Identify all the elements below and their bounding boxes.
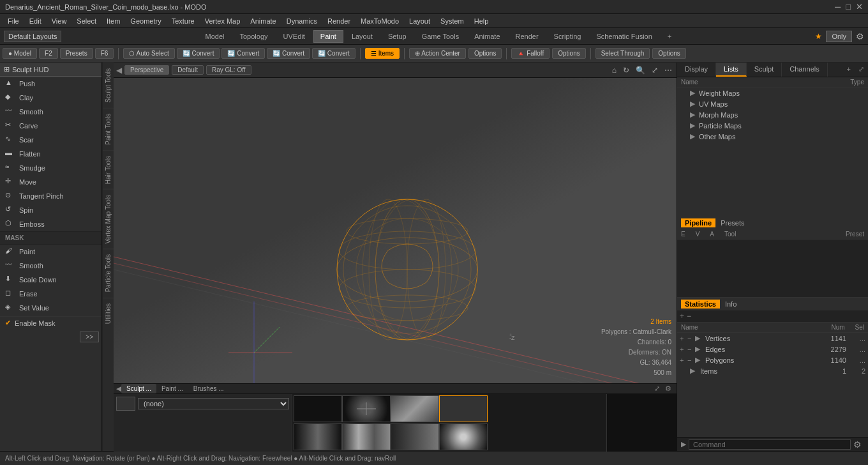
command-input[interactable] (689, 439, 851, 450)
brushes-tab-btn[interactable]: Brushes ... (188, 384, 229, 393)
polygons-arrow-icon[interactable]: ▶ (695, 356, 703, 364)
tab-paint[interactable]: Paint (313, 30, 343, 43)
convert-btn-1[interactable]: 🔄 Convert (177, 48, 220, 59)
items-btn[interactable]: ☰ Items (365, 48, 400, 59)
menu-geometry[interactable]: Geometry (125, 16, 166, 26)
menu-help[interactable]: Help (469, 16, 494, 26)
right-tab-sculpt[interactable]: Sculpt (747, 63, 782, 77)
layout-dropdown[interactable]: Default Layouts (4, 31, 61, 42)
side-tab-hair[interactable]: Hair Tools (103, 150, 114, 189)
info-label[interactable]: Info (725, 300, 737, 308)
vp-expand-icon[interactable]: ⤢ (650, 66, 660, 75)
edges-expand-btn[interactable]: + (680, 346, 687, 353)
minimize-btn[interactable]: ─ (835, 2, 841, 11)
right-tab-display[interactable]: Display (677, 63, 716, 77)
tab-game-tools[interactable]: Game Tools (415, 30, 467, 43)
menu-edit[interactable]: Edit (24, 16, 47, 26)
polygons-expand-btn[interactable]: + (680, 356, 687, 364)
ray-gl-btn[interactable]: Ray GL: Off (206, 65, 251, 75)
right-restore-btn[interactable]: ⤢ (855, 63, 868, 77)
menu-maxtoModo[interactable]: MaxToModo (355, 16, 404, 26)
brush-dropdown[interactable]: (none) (138, 398, 289, 409)
options-btn-3[interactable]: Options (652, 48, 685, 59)
mask-paint[interactable]: 🖌 Paint (0, 245, 101, 259)
tool-smooth[interactable]: 〰 Smooth (0, 105, 101, 119)
tool-clay[interactable]: ◆ Clay (0, 91, 101, 105)
edges-minus-btn[interactable]: − (687, 346, 695, 353)
brush-thumb-7[interactable] (391, 423, 439, 450)
tool-smudge[interactable]: ≈ Smudge (0, 161, 101, 175)
vertices-expand-btn[interactable]: + (680, 335, 687, 342)
side-tab-sculpt[interactable]: Sculpt Tools (103, 63, 114, 108)
menu-texture[interactable]: Texture (167, 16, 200, 26)
brush-thumb-6[interactable] (342, 423, 391, 450)
brush-thumb-5[interactable] (294, 423, 342, 450)
menu-item[interactable]: Item (101, 16, 125, 26)
vp-sync-icon[interactable]: ↻ (621, 66, 631, 75)
tool-flatten[interactable]: ▬ Flatten (0, 147, 101, 161)
menu-dynamics[interactable]: Dynamics (281, 16, 322, 26)
sculpt-tab-btn[interactable]: Sculpt ... (121, 384, 156, 393)
pipeline-presets[interactable]: Presets (721, 219, 744, 227)
tab-model[interactable]: Model (198, 30, 232, 43)
menu-animate[interactable]: Animate (245, 16, 281, 26)
tool-tangent-pinch[interactable]: ⊙ Tangent Pinch (0, 189, 101, 203)
brush-thumb-4[interactable] (439, 395, 488, 422)
edges-arrow-icon[interactable]: ▶ (695, 345, 703, 353)
menu-layout[interactable]: Layout (404, 16, 435, 26)
menu-vertex-map[interactable]: Vertex Map (200, 16, 246, 26)
tab-add[interactable]: + (661, 30, 678, 43)
bottom-settings-icon[interactable]: ⚙ (662, 385, 674, 393)
right-tab-lists[interactable]: Lists (716, 63, 747, 77)
select-through-btn[interactable]: Select Through (595, 48, 650, 59)
convert-btn-2[interactable]: 🔄 Convert (221, 48, 265, 59)
tab-schematic-fusion[interactable]: Schematic Fusion (589, 30, 659, 43)
command-settings-icon[interactable]: ⚙ (851, 439, 864, 450)
gear-icon[interactable]: ⚙ (856, 31, 864, 42)
f2-btn[interactable]: F2 (39, 48, 58, 59)
brush-thumb-3[interactable] (391, 395, 439, 422)
expand-tools-btn[interactable]: >> (80, 332, 99, 342)
tab-setup[interactable]: Setup (381, 30, 414, 43)
side-tab-particle[interactable]: Particle Tools (103, 248, 114, 297)
brush-thumb-1[interactable] (294, 395, 342, 422)
action-center-btn[interactable]: ⊕ Action Center (409, 48, 466, 59)
maximize-btn[interactable]: □ (846, 2, 851, 11)
list-other-maps[interactable]: ▶ Other Maps (677, 131, 868, 142)
side-tab-vertex-map[interactable]: Vertex Map Tools (103, 189, 114, 249)
menu-render[interactable]: Render (322, 16, 355, 26)
default-btn[interactable]: Default (172, 65, 204, 75)
vp-nav-left-icon[interactable]: ◀ (116, 66, 122, 75)
model-btn[interactable]: ● Model (3, 48, 37, 59)
brush-thumb-2[interactable] (342, 395, 391, 422)
window-controls[interactable]: ─ □ ✕ (835, 2, 863, 11)
perspective-btn[interactable]: Perspective (124, 65, 169, 75)
only-button[interactable]: Only (826, 31, 852, 42)
side-tab-paint[interactable]: Paint Tools (103, 108, 114, 150)
convert-btn-4[interactable]: 🔄 Convert (312, 48, 355, 59)
side-tab-utilities[interactable]: Utilities (103, 298, 114, 329)
right-add-btn[interactable]: + (843, 63, 855, 77)
tab-uvedit[interactable]: UVEdit (276, 30, 312, 43)
stats-minus-btn[interactable]: − (687, 312, 691, 321)
options-btn-1[interactable]: Options (468, 48, 502, 59)
tab-animate[interactable]: Animate (467, 30, 507, 43)
menu-system[interactable]: System (435, 16, 469, 26)
presets-btn[interactable]: Presets (60, 48, 93, 59)
tab-scripting[interactable]: Scripting (547, 30, 588, 43)
list-morph-maps[interactable]: ▶ Morph Maps (677, 109, 868, 120)
tool-carve[interactable]: ✂ Carve (0, 119, 101, 133)
list-weight-maps[interactable]: ▶ Weight Maps (677, 88, 868, 98)
menu-file[interactable]: File (3, 16, 24, 26)
mask-erase[interactable]: ◻ Erase (0, 287, 101, 301)
tool-push[interactable]: ▲ Push (0, 77, 101, 91)
auto-select-btn[interactable]: ⬡ Auto Select (123, 48, 174, 59)
mask-scale-down[interactable]: ⬇ Scale Down (0, 273, 101, 287)
tab-layout[interactable]: Layout (345, 30, 380, 43)
vertices-arrow-icon[interactable]: ▶ (695, 334, 703, 342)
bottom-nav-icon[interactable]: ◀ (116, 385, 121, 393)
polygons-minus-btn[interactable]: − (687, 356, 695, 364)
menu-select[interactable]: Select (71, 16, 101, 26)
falloff-btn[interactable]: 🔺 Falloff (511, 48, 550, 59)
bottom-expand-icon[interactable]: ⤢ (652, 385, 662, 393)
